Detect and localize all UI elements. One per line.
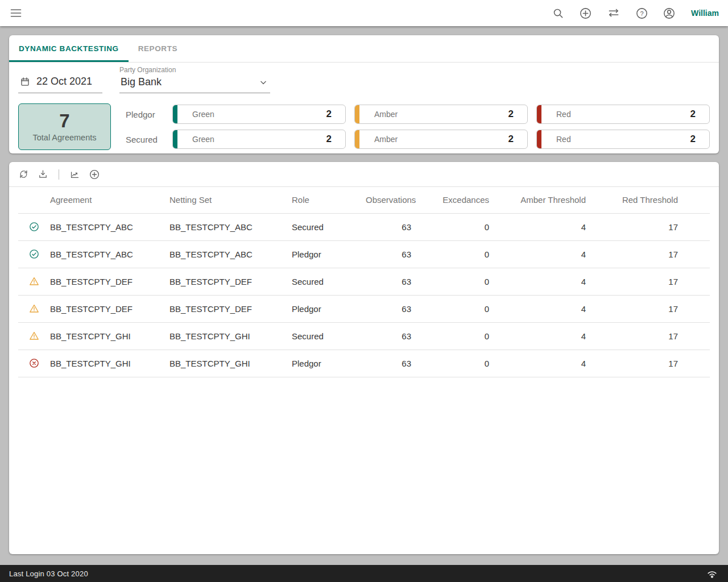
table-header-row: Agreement Netting Set Role Observations … <box>18 187 710 213</box>
total-agreements-value: 7 <box>59 111 69 131</box>
status-ok-icon <box>28 221 40 232</box>
cell-role: Pledgor <box>292 350 366 377</box>
table-row[interactable]: BB_TESTCPTY_ABC BB_TESTCPTY_ABC Pledgor … <box>18 240 710 268</box>
wifi-icon <box>705 567 719 580</box>
secured-status-row: Secured Green 2 Amber 2 Red 2 <box>126 130 710 149</box>
chip-value: 2 <box>508 109 514 120</box>
chart-icon[interactable] <box>69 169 80 180</box>
cell-netting-set: BB_TESTCPTY_DEF <box>169 295 292 322</box>
status-error-icon <box>28 357 40 369</box>
header-red-threshold: Red Threshold <box>586 187 710 213</box>
chip-value: 2 <box>690 134 696 145</box>
status-warning-icon <box>28 276 40 287</box>
date-value: 22 Oct 2021 <box>36 76 92 88</box>
secured-red-chip[interactable]: Red 2 <box>536 130 710 149</box>
header-netting-set: Netting Set <box>169 187 292 213</box>
header-status <box>18 187 50 213</box>
tab-bar: DYNAMIC BACKTESTING REPORTS <box>9 35 719 63</box>
cell-red-threshold: 17 <box>586 295 710 322</box>
cell-red-threshold: 17 <box>586 268 710 295</box>
table-toolbar <box>9 162 719 187</box>
pledgor-label: Pledgor <box>126 110 172 119</box>
cell-observations: 63 <box>366 268 411 295</box>
cell-excedances: 0 <box>411 295 489 322</box>
cell-amber-threshold: 4 <box>489 295 586 322</box>
chip-value: 2 <box>326 134 332 145</box>
cell-agreement: BB_TESTCPTY_ABC <box>50 240 169 268</box>
cell-observations: 63 <box>366 350 411 377</box>
tab-reports[interactable]: REPORTS <box>129 35 187 62</box>
pledgor-green-chip[interactable]: Green 2 <box>172 105 346 124</box>
header-excedances: Excedances <box>411 187 489 213</box>
cell-excedances: 0 <box>411 350 489 377</box>
cell-red-threshold: 17 <box>586 240 710 268</box>
cell-amber-threshold: 4 <box>489 350 586 377</box>
cell-role: Pledgor <box>292 295 366 322</box>
cell-netting-set: BB_TESTCPTY_DEF <box>169 268 292 295</box>
table-row[interactable]: BB_TESTCPTY_GHI BB_TESTCPTY_GHI Secured … <box>18 322 710 350</box>
tab-dynamic-backtesting[interactable]: DYNAMIC BACKTESTING <box>9 35 129 62</box>
agreements-table-card: Agreement Netting Set Role Observations … <box>9 162 719 554</box>
secured-green-chip[interactable]: Green 2 <box>172 130 346 149</box>
cell-amber-threshold: 4 <box>489 240 586 268</box>
swap-icon[interactable] <box>606 7 621 20</box>
cell-observations: 63 <box>366 213 411 240</box>
table-row[interactable]: BB_TESTCPTY_GHI BB_TESTCPTY_GHI Pledgor … <box>18 350 710 377</box>
chip-value: 2 <box>690 109 696 120</box>
cell-role: Secured <box>292 213 366 240</box>
chip-label: Red <box>556 110 571 119</box>
table-row[interactable]: BB_TESTCPTY_DEF BB_TESTCPTY_DEF Secured … <box>18 268 710 295</box>
red-bar <box>537 130 541 149</box>
add-circle-icon[interactable] <box>89 169 100 180</box>
cell-red-threshold: 17 <box>586 350 710 377</box>
cell-observations: 63 <box>366 240 411 268</box>
green-bar <box>173 130 177 149</box>
cell-role: Secured <box>292 268 366 295</box>
secured-amber-chip[interactable]: Amber 2 <box>354 130 528 149</box>
cell-amber-threshold: 4 <box>489 268 586 295</box>
download-icon[interactable] <box>38 169 48 180</box>
cell-red-threshold: 17 <box>586 213 710 240</box>
cell-amber-threshold: 4 <box>489 322 586 350</box>
pledgor-red-chip[interactable]: Red 2 <box>536 105 710 124</box>
user-name[interactable]: William <box>691 9 719 18</box>
search-icon[interactable] <box>552 7 565 20</box>
agreements-table: Agreement Netting Set Role Observations … <box>18 187 710 377</box>
cell-netting-set: BB_TESTCPTY_GHI <box>169 350 292 377</box>
chip-label: Amber <box>374 110 398 119</box>
date-picker[interactable]: 22 Oct 2021 <box>18 72 102 93</box>
help-icon[interactable]: ? <box>635 7 648 20</box>
pledgor-status-row: Pledgor Green 2 Amber 2 Red 2 <box>126 105 710 124</box>
status-warning-icon <box>28 330 40 342</box>
cell-netting-set: BB_TESTCPTY_ABC <box>169 240 292 268</box>
green-bar <box>173 105 177 124</box>
header-observations: Observations <box>366 187 411 213</box>
total-agreements-card[interactable]: 7 Total Agreements <box>18 103 111 150</box>
filters-row: 22 Oct 2021 Party Organization Big Bank <box>9 63 719 93</box>
cell-role: Pledgor <box>292 240 366 268</box>
header-role: Role <box>292 187 366 213</box>
svg-text:?: ? <box>640 10 644 16</box>
agreements-table-body: BB_TESTCPTY_ABC BB_TESTCPTY_ABC Secured … <box>18 213 710 377</box>
chip-value: 2 <box>326 109 332 120</box>
cell-agreement: BB_TESTCPTY_GHI <box>50 350 169 377</box>
secured-label: Secured <box>126 135 172 144</box>
cell-netting-set: BB_TESTCPTY_GHI <box>169 322 292 350</box>
status-warning-icon <box>28 303 40 314</box>
refresh-icon[interactable] <box>18 169 29 180</box>
pledgor-amber-chip[interactable]: Amber 2 <box>354 105 528 124</box>
table-row[interactable]: BB_TESTCPTY_DEF BB_TESTCPTY_DEF Pledgor … <box>18 295 710 322</box>
cell-observations: 63 <box>366 295 411 322</box>
menu-icon[interactable] <box>9 6 23 20</box>
account-icon[interactable] <box>663 7 676 20</box>
party-organization-value: Big Bank <box>121 76 162 88</box>
add-circle-icon[interactable] <box>579 7 592 20</box>
table-row[interactable]: BB_TESTCPTY_ABC BB_TESTCPTY_ABC Secured … <box>18 213 710 240</box>
cell-netting-set: BB_TESTCPTY_ABC <box>169 213 292 240</box>
summary-row: 7 Total Agreements Pledgor Green 2 Amber… <box>9 93 719 159</box>
cell-role: Secured <box>292 322 366 350</box>
party-organization-select[interactable]: Party Organization Big Bank <box>119 66 270 93</box>
header-amber-threshold: Amber Threshold <box>489 187 586 213</box>
cell-agreement: BB_TESTCPTY_GHI <box>50 322 169 350</box>
chip-label: Red <box>556 135 571 144</box>
